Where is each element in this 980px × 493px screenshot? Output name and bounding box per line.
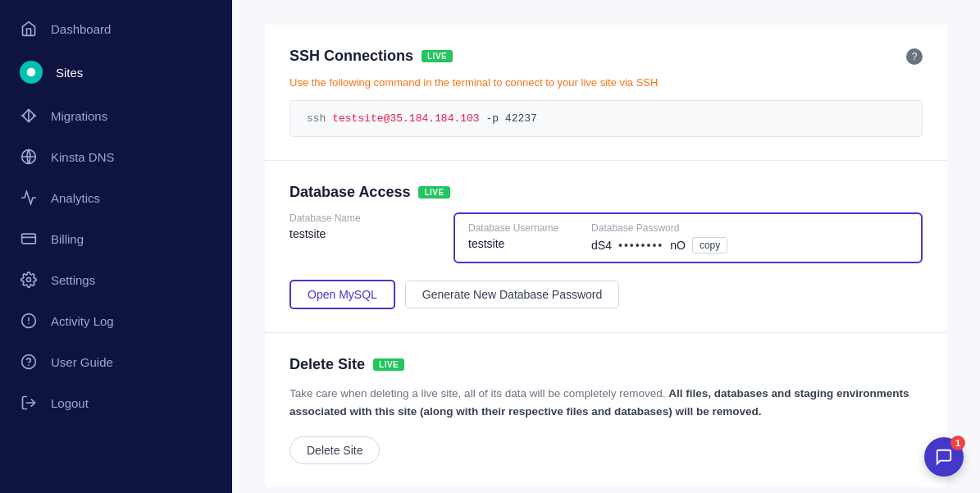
- svg-point-5: [27, 278, 31, 282]
- chat-badge: 1: [950, 436, 965, 450]
- delete-title: Delete Site: [289, 356, 365, 373]
- sidebar-item-label: Dashboard: [51, 22, 111, 36]
- svg-rect-3: [22, 234, 36, 244]
- sidebar-item-label: Migrations: [51, 109, 107, 123]
- db-password-prefix: dS4: [591, 239, 612, 252]
- db-username-value: testsite: [468, 237, 558, 250]
- logout-icon: [20, 394, 38, 412]
- billing-icon: [20, 230, 38, 248]
- delete-desc-start: Take care when deleting a live site, all…: [289, 387, 668, 399]
- sidebar-item-logout[interactable]: Logout: [0, 382, 232, 423]
- db-section-header: Database Access LIVE: [289, 184, 923, 201]
- ssh-port: -p 42237: [480, 112, 537, 125]
- db-fields-row: Database Name testsite Database Username…: [289, 212, 923, 263]
- sidebar-item-migrations[interactable]: Migrations: [0, 95, 232, 136]
- ssh-instruction: Use the following command in the termina…: [289, 76, 923, 89]
- sidebar-item-analytics[interactable]: Analytics: [0, 177, 232, 218]
- sidebar-item-dashboard[interactable]: Dashboard: [0, 8, 232, 49]
- ssh-section: SSH Connections LIVE ? Use the following…: [265, 25, 947, 160]
- db-password-field: Database Password dS4 •••••••• nO copy: [591, 222, 727, 253]
- sidebar: Dashboard Sites Migrations: [0, 0, 232, 493]
- migrations-icon: [20, 107, 38, 125]
- ssh-host: testsite@35.184.184.103: [332, 112, 479, 125]
- delete-section: Delete Site LIVE Take care when deleting…: [265, 333, 947, 487]
- sidebar-item-billing[interactable]: Billing: [0, 218, 232, 259]
- ssh-live-badge: LIVE: [422, 50, 453, 62]
- ssh-section-header: SSH Connections LIVE ?: [289, 48, 923, 65]
- sidebar-item-activity-log[interactable]: Activity Log: [0, 300, 232, 341]
- settings-icon: [20, 271, 38, 289]
- sidebar-item-label: Activity Log: [51, 314, 114, 328]
- sidebar-item-user-guide[interactable]: User Guide: [0, 341, 232, 382]
- database-section: Database Access LIVE Database Name tests…: [265, 161, 947, 332]
- sidebar-item-label: Analytics: [51, 191, 100, 205]
- sidebar-item-label: Billing: [51, 232, 84, 246]
- ssh-title: SSH Connections: [289, 48, 413, 65]
- db-password-row: dS4 •••••••• nO copy: [591, 237, 727, 253]
- main-content: SSH Connections LIVE ? Use the following…: [232, 0, 980, 493]
- db-name-label: Database Name: [289, 212, 437, 224]
- sidebar-item-label: Logout: [51, 396, 89, 410]
- copy-password-button[interactable]: copy: [692, 237, 727, 253]
- delete-section-header: Delete Site LIVE: [289, 356, 923, 373]
- db-credentials-box: Database Username testsite Database Pass…: [454, 212, 923, 263]
- analytics-icon: [20, 189, 38, 207]
- db-password-masked: ••••••••: [618, 239, 663, 252]
- delete-site-button[interactable]: Delete Site: [289, 436, 380, 464]
- db-password-suffix: nO: [670, 239, 686, 252]
- delete-description: Take care when deleting a live site, all…: [289, 385, 923, 420]
- chat-bubble[interactable]: 1: [924, 437, 964, 477]
- home-icon: [20, 20, 38, 38]
- sidebar-item-sites[interactable]: Sites: [0, 49, 232, 95]
- sidebar-item-label: Settings: [51, 273, 95, 287]
- db-action-buttons: Open MySQL Generate New Database Passwor…: [289, 280, 923, 309]
- db-name-field: Database Name testsite: [289, 212, 437, 263]
- ssh-prefix: ssh: [307, 112, 332, 125]
- db-name-value: testsite: [289, 227, 437, 240]
- sidebar-item-settings[interactable]: Settings: [0, 259, 232, 300]
- help-icon[interactable]: ?: [906, 48, 923, 65]
- db-live-badge: LIVE: [418, 186, 449, 199]
- db-password-label: Database Password: [591, 222, 727, 234]
- generate-password-button[interactable]: Generate New Database Password: [405, 281, 619, 308]
- sidebar-item-label: Kinsta DNS: [51, 150, 115, 164]
- sidebar-item-label: Sites: [56, 66, 83, 80]
- delete-live-badge: LIVE: [373, 358, 404, 371]
- sites-icon: [20, 61, 43, 84]
- ssh-command-block: ssh testsite@35.184.184.103 -p 42237: [289, 100, 923, 137]
- guide-icon: [20, 353, 38, 371]
- sidebar-item-kinsta-dns[interactable]: Kinsta DNS: [0, 136, 232, 177]
- dns-icon: [20, 148, 38, 166]
- db-username-label: Database Username: [468, 222, 558, 234]
- db-title: Database Access: [289, 184, 410, 201]
- db-username-field: Database Username testsite: [468, 222, 558, 253]
- sidebar-item-label: User Guide: [51, 355, 113, 369]
- open-mysql-button[interactable]: Open MySQL: [289, 280, 395, 309]
- activity-icon: [20, 312, 38, 330]
